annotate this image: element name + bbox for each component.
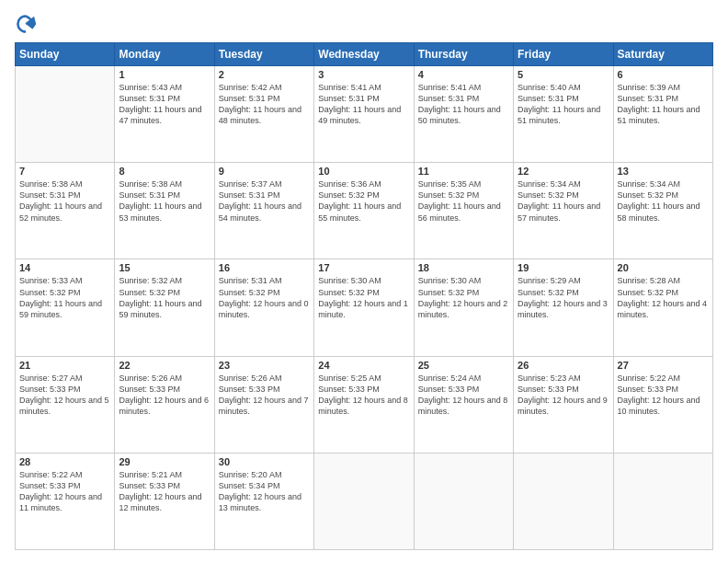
- week-row-2: 7Sunrise: 5:38 AMSunset: 5:31 PMDaylight…: [16, 163, 713, 259]
- day-number: 7: [19, 166, 110, 177]
- day-number: 27: [618, 360, 709, 371]
- day-number: 28: [19, 456, 110, 467]
- day-number: 25: [418, 360, 509, 371]
- day-cell: 4Sunrise: 5:41 AMSunset: 5:31 PMDaylight…: [414, 66, 513, 163]
- day-info: Sunrise: 5:26 AMSunset: 5:33 PMDaylight:…: [219, 373, 310, 418]
- weekday-header-thursday: Thursday: [414, 43, 513, 66]
- day-number: 20: [618, 262, 709, 273]
- day-cell: 24Sunrise: 5:25 AMSunset: 5:33 PMDayligh…: [314, 356, 414, 453]
- day-number: 13: [618, 166, 709, 177]
- day-cell: 30Sunrise: 5:20 AMSunset: 5:34 PMDayligh…: [214, 453, 313, 549]
- day-number: 1: [119, 69, 210, 80]
- day-cell: 13Sunrise: 5:34 AMSunset: 5:32 PMDayligh…: [613, 163, 712, 259]
- day-number: 21: [19, 360, 110, 371]
- weekday-header-sunday: Sunday: [16, 43, 115, 66]
- header: [15, 13, 713, 35]
- day-info: Sunrise: 5:39 AMSunset: 5:31 PMDaylight:…: [618, 82, 709, 127]
- week-row-4: 21Sunrise: 5:27 AMSunset: 5:33 PMDayligh…: [16, 356, 713, 453]
- day-number: 26: [518, 360, 609, 371]
- day-info: Sunrise: 5:29 AMSunset: 5:32 PMDaylight:…: [518, 275, 609, 320]
- day-info: Sunrise: 5:33 AMSunset: 5:32 PMDaylight:…: [19, 275, 110, 320]
- day-cell: 3Sunrise: 5:41 AMSunset: 5:31 PMDaylight…: [314, 66, 414, 163]
- day-cell: 5Sunrise: 5:40 AMSunset: 5:31 PMDaylight…: [514, 66, 613, 163]
- logo-icon: [15, 13, 37, 35]
- day-cell: 18Sunrise: 5:30 AMSunset: 5:32 PMDayligh…: [414, 259, 513, 356]
- day-info: Sunrise: 5:34 AMSunset: 5:32 PMDaylight:…: [518, 178, 609, 224]
- day-cell: [613, 453, 712, 549]
- day-number: 12: [518, 166, 609, 177]
- day-cell: 17Sunrise: 5:30 AMSunset: 5:32 PMDayligh…: [314, 259, 414, 356]
- day-cell: 7Sunrise: 5:38 AMSunset: 5:31 PMDaylight…: [16, 163, 115, 259]
- day-info: Sunrise: 5:20 AMSunset: 5:34 PMDaylight:…: [219, 469, 310, 514]
- logo: [15, 13, 40, 35]
- weekday-header-monday: Monday: [115, 43, 214, 66]
- weekday-header-saturday: Saturday: [613, 43, 712, 66]
- day-cell: 25Sunrise: 5:24 AMSunset: 5:33 PMDayligh…: [414, 356, 513, 453]
- day-cell: 29Sunrise: 5:21 AMSunset: 5:33 PMDayligh…: [115, 453, 214, 549]
- weekday-header-row: SundayMondayTuesdayWednesdayThursdayFrid…: [16, 43, 713, 66]
- day-number: 22: [119, 360, 210, 371]
- day-cell: 22Sunrise: 5:26 AMSunset: 5:33 PMDayligh…: [115, 356, 214, 453]
- day-number: 14: [19, 262, 110, 273]
- day-number: 16: [219, 262, 310, 273]
- day-cell: 10Sunrise: 5:36 AMSunset: 5:32 PMDayligh…: [314, 163, 414, 259]
- day-number: 9: [219, 166, 310, 177]
- day-info: Sunrise: 5:27 AMSunset: 5:33 PMDaylight:…: [19, 373, 110, 418]
- day-cell: [16, 66, 115, 163]
- day-number: 19: [518, 262, 609, 273]
- day-cell: 2Sunrise: 5:42 AMSunset: 5:31 PMDaylight…: [214, 66, 313, 163]
- day-number: 4: [418, 69, 509, 80]
- day-info: Sunrise: 5:23 AMSunset: 5:33 PMDaylight:…: [518, 373, 609, 418]
- day-cell: 19Sunrise: 5:29 AMSunset: 5:32 PMDayligh…: [514, 259, 613, 356]
- day-cell: 28Sunrise: 5:22 AMSunset: 5:33 PMDayligh…: [16, 453, 115, 549]
- day-info: Sunrise: 5:22 AMSunset: 5:33 PMDaylight:…: [618, 373, 709, 418]
- weekday-header-friday: Friday: [514, 43, 613, 66]
- day-number: 8: [119, 166, 210, 177]
- day-number: 23: [219, 360, 310, 371]
- day-info: Sunrise: 5:41 AMSunset: 5:31 PMDaylight:…: [318, 82, 409, 127]
- day-info: Sunrise: 5:35 AMSunset: 5:32 PMDaylight:…: [418, 178, 509, 224]
- day-number: 11: [418, 166, 509, 177]
- day-cell: 1Sunrise: 5:43 AMSunset: 5:31 PMDaylight…: [115, 66, 214, 163]
- day-info: Sunrise: 5:28 AMSunset: 5:32 PMDaylight:…: [618, 275, 709, 320]
- day-cell: 11Sunrise: 5:35 AMSunset: 5:32 PMDayligh…: [414, 163, 513, 259]
- day-cell: [314, 453, 414, 549]
- day-info: Sunrise: 5:31 AMSunset: 5:32 PMDaylight:…: [219, 275, 310, 320]
- week-row-1: 1Sunrise: 5:43 AMSunset: 5:31 PMDaylight…: [16, 66, 713, 163]
- day-cell: 26Sunrise: 5:23 AMSunset: 5:33 PMDayligh…: [514, 356, 613, 453]
- day-info: Sunrise: 5:38 AMSunset: 5:31 PMDaylight:…: [19, 178, 110, 224]
- weekday-header-wednesday: Wednesday: [314, 43, 414, 66]
- day-info: Sunrise: 5:25 AMSunset: 5:33 PMDaylight:…: [318, 373, 409, 418]
- day-info: Sunrise: 5:30 AMSunset: 5:32 PMDaylight:…: [418, 275, 509, 320]
- day-info: Sunrise: 5:36 AMSunset: 5:32 PMDaylight:…: [318, 178, 409, 224]
- calendar-page: SundayMondayTuesdayWednesdayThursdayFrid…: [0, 0, 728, 563]
- day-info: Sunrise: 5:43 AMSunset: 5:31 PMDaylight:…: [119, 82, 210, 127]
- weekday-header-tuesday: Tuesday: [214, 43, 313, 66]
- day-info: Sunrise: 5:24 AMSunset: 5:33 PMDaylight:…: [418, 373, 509, 418]
- day-cell: 27Sunrise: 5:22 AMSunset: 5:33 PMDayligh…: [613, 356, 712, 453]
- day-number: 30: [219, 456, 310, 467]
- day-info: Sunrise: 5:32 AMSunset: 5:32 PMDaylight:…: [119, 275, 210, 320]
- day-number: 2: [219, 69, 310, 80]
- day-cell: 21Sunrise: 5:27 AMSunset: 5:33 PMDayligh…: [16, 356, 115, 453]
- week-row-3: 14Sunrise: 5:33 AMSunset: 5:32 PMDayligh…: [16, 259, 713, 356]
- day-cell: 23Sunrise: 5:26 AMSunset: 5:33 PMDayligh…: [214, 356, 313, 453]
- day-info: Sunrise: 5:22 AMSunset: 5:33 PMDaylight:…: [19, 469, 110, 514]
- day-cell: 15Sunrise: 5:32 AMSunset: 5:32 PMDayligh…: [115, 259, 214, 356]
- day-number: 15: [119, 262, 210, 273]
- day-cell: 16Sunrise: 5:31 AMSunset: 5:32 PMDayligh…: [214, 259, 313, 356]
- day-cell: 8Sunrise: 5:38 AMSunset: 5:31 PMDaylight…: [115, 163, 214, 259]
- day-number: 6: [618, 69, 709, 80]
- day-number: 29: [119, 456, 210, 467]
- day-info: Sunrise: 5:42 AMSunset: 5:31 PMDaylight:…: [219, 82, 310, 127]
- day-info: Sunrise: 5:37 AMSunset: 5:31 PMDaylight:…: [219, 178, 310, 224]
- day-info: Sunrise: 5:38 AMSunset: 5:31 PMDaylight:…: [119, 178, 210, 224]
- day-info: Sunrise: 5:40 AMSunset: 5:31 PMDaylight:…: [518, 82, 609, 127]
- day-info: Sunrise: 5:26 AMSunset: 5:33 PMDaylight:…: [119, 373, 210, 418]
- day-number: 10: [318, 166, 409, 177]
- day-cell: 9Sunrise: 5:37 AMSunset: 5:31 PMDaylight…: [214, 163, 313, 259]
- day-number: 3: [318, 69, 409, 80]
- day-number: 5: [518, 69, 609, 80]
- day-number: 24: [318, 360, 409, 371]
- day-info: Sunrise: 5:34 AMSunset: 5:32 PMDaylight:…: [618, 178, 709, 224]
